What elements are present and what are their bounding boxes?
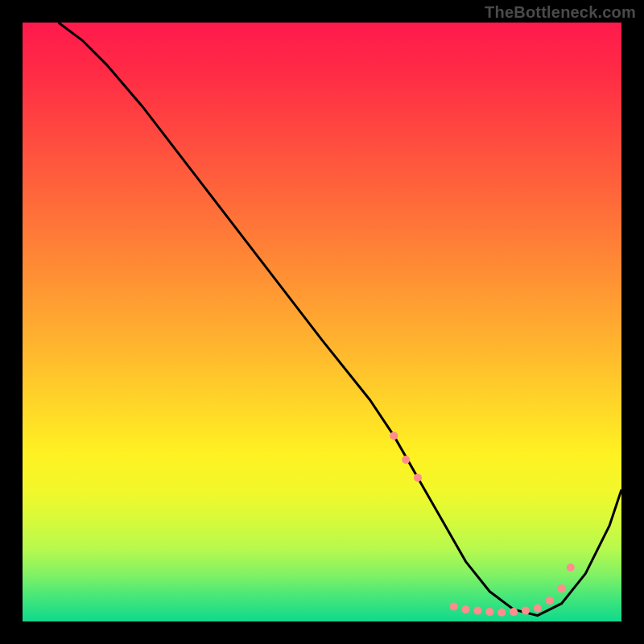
chart-svg (23, 23, 621, 621)
highlight-marker (402, 456, 410, 464)
highlight-marker (462, 605, 470, 613)
highlight-marker (534, 605, 542, 613)
watermark-text: TheBottleneck.com (485, 3, 636, 22)
highlight-marker (497, 609, 506, 617)
plot-area (23, 23, 621, 621)
highlight-marker (567, 564, 575, 572)
curve-layer (59, 23, 621, 616)
bottleneck-curve (59, 23, 621, 616)
highlight-marker (414, 473, 422, 481)
chart-frame: TheBottleneck.com (0, 0, 644, 644)
highlight-marker (450, 602, 458, 610)
marker-layer (390, 431, 575, 616)
highlight-marker (510, 608, 518, 616)
highlight-marker (546, 597, 554, 605)
highlight-marker (522, 607, 530, 615)
highlight-marker (473, 607, 481, 615)
highlight-marker (390, 431, 398, 440)
highlight-marker (485, 608, 493, 616)
highlight-marker (558, 584, 566, 592)
